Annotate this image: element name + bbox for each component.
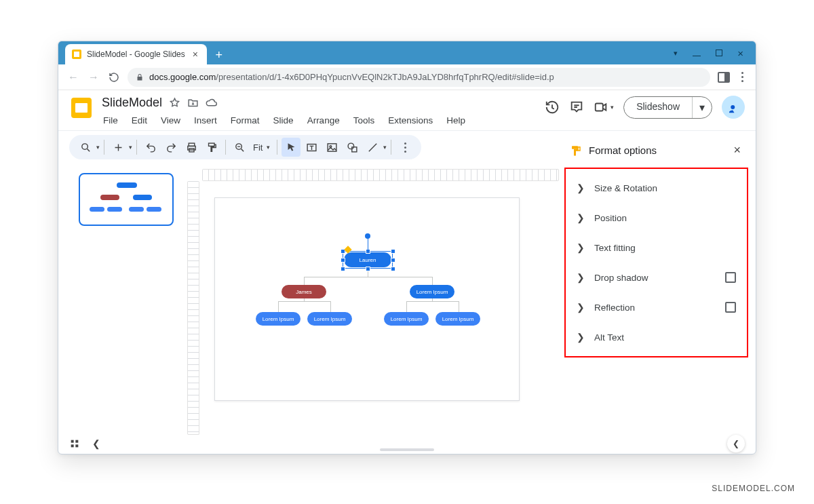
- slides-logo-icon[interactable]: [69, 96, 94, 120]
- insert-image-button[interactable]: [322, 138, 341, 157]
- chevron-right-icon: ❯: [577, 302, 585, 313]
- zoom-out-icon[interactable]: [230, 138, 249, 157]
- nav-reload-icon[interactable]: [107, 71, 121, 84]
- watermark: SLIDEMODEL.COM: [712, 484, 795, 493]
- chevron-right-icon: ❯: [577, 182, 585, 193]
- menu-slide[interactable]: Slide: [272, 113, 295, 128]
- svg-point-10: [348, 143, 354, 149]
- close-tab-icon[interactable]: ×: [191, 49, 200, 60]
- option-size-rotation[interactable]: ❯ Size & Rotation: [566, 173, 747, 203]
- menu-tools[interactable]: Tools: [352, 113, 376, 128]
- lock-icon: [136, 73, 144, 81]
- nav-back-icon[interactable]: ←: [66, 71, 80, 84]
- menu-edit[interactable]: Edit: [130, 113, 149, 128]
- org-leaf[interactable]: Lorem Ipsum: [384, 312, 429, 326]
- svg-rect-13: [71, 440, 74, 443]
- format-options-panel: Format options × ❯ Size & Rotation ❯ Pos…: [560, 134, 750, 435]
- app-footer: ❮ ❮: [58, 433, 756, 454]
- slide-panel: 1: [58, 163, 187, 435]
- menu-bar: File Edit View Insert Format Slide Arran…: [102, 113, 467, 128]
- insert-line-button[interactable]: [363, 138, 382, 157]
- menu-extensions[interactable]: Extensions: [387, 113, 434, 128]
- browser-window: SlideModel - Google Slides × + ▾ × ← → d…: [58, 41, 756, 454]
- app-header: SlideModel File Edit View Insert Format …: [58, 90, 756, 130]
- svg-rect-12: [572, 146, 578, 149]
- browser-tab[interactable]: SlideModel - Google Slides ×: [65, 44, 207, 64]
- browser-titlebar: SlideModel - Google Slides × + ▾ ×: [58, 41, 756, 64]
- new-tab-button[interactable]: +: [210, 45, 229, 64]
- move-folder-icon[interactable]: [187, 97, 199, 109]
- textbox-button[interactable]: [302, 138, 321, 157]
- menu-format[interactable]: Format: [229, 113, 261, 128]
- chevron-down-icon[interactable]: ▾: [674, 49, 678, 58]
- grid-view-icon[interactable]: [69, 438, 80, 449]
- history-icon[interactable]: [545, 100, 560, 115]
- option-text-fitting[interactable]: ❯ Text fitting: [566, 233, 747, 263]
- explore-fab-icon[interactable]: ❮: [727, 435, 745, 452]
- rotation-handle-icon[interactable]: [365, 233, 370, 239]
- nav-forward-icon[interactable]: →: [87, 71, 100, 84]
- menu-view[interactable]: View: [159, 113, 182, 128]
- comments-icon[interactable]: [569, 100, 584, 115]
- close-panel-icon[interactable]: ×: [733, 143, 741, 157]
- chevron-right-icon: ❯: [577, 332, 585, 343]
- org-node-right[interactable]: Lorem Ipsum: [410, 285, 454, 298]
- sidepanel-icon[interactable]: [717, 71, 731, 84]
- highlight-box: ❯ Size & Rotation ❯ Position ❯ Text fitt…: [564, 168, 748, 357]
- option-reflection[interactable]: ❯ Reflection: [566, 292, 747, 322]
- chevron-right-icon: ❯: [577, 272, 585, 283]
- option-alt-text[interactable]: ❯ Alt Text: [566, 322, 747, 352]
- org-node-left[interactable]: James: [282, 285, 326, 298]
- share-button[interactable]: [722, 96, 745, 119]
- reflection-checkbox[interactable]: [725, 302, 736, 313]
- insert-shape-button[interactable]: [343, 138, 362, 157]
- prev-slide-icon[interactable]: ❮: [92, 438, 100, 449]
- select-tool-button[interactable]: [282, 138, 301, 157]
- drop-shadow-checkbox[interactable]: [725, 272, 736, 283]
- slideshow-dropdown[interactable]: ▾: [692, 97, 712, 118]
- minimize-icon[interactable]: [693, 56, 701, 56]
- slideshow-button[interactable]: Slideshow ▾: [623, 96, 712, 119]
- url-bar[interactable]: docs.google.com/presentation/d/1-4x6D0PH…: [128, 68, 710, 87]
- svg-rect-11: [352, 147, 357, 151]
- menu-arrange[interactable]: Arrange: [306, 113, 341, 128]
- more-tools-icon[interactable]: [395, 138, 414, 157]
- star-icon[interactable]: [169, 97, 180, 109]
- svg-rect-15: [71, 444, 74, 447]
- doc-title[interactable]: SlideModel: [102, 96, 162, 110]
- menu-help[interactable]: Help: [445, 113, 467, 128]
- tab-title: SlideModel - Google Slides: [87, 50, 185, 59]
- workspace: 1: [58, 163, 756, 435]
- meet-icon[interactable]: ▾: [594, 100, 614, 115]
- option-position[interactable]: ❯ Position: [566, 203, 747, 233]
- org-leaf[interactable]: Lorem Ipsum: [435, 312, 480, 326]
- menu-file[interactable]: File: [102, 113, 119, 128]
- chevron-right-icon: ❯: [577, 212, 585, 223]
- slideshow-label[interactable]: Slideshow: [624, 97, 692, 118]
- slide-thumbnail[interactable]: [79, 173, 174, 226]
- svg-rect-8: [328, 143, 336, 151]
- redo-button[interactable]: [161, 138, 180, 157]
- svg-rect-5: [208, 143, 214, 146]
- org-leaf[interactable]: Lorem Ipsum: [307, 312, 352, 326]
- slides-favicon-icon: [72, 50, 81, 59]
- org-leaf[interactable]: Lorem Ipsum: [256, 312, 301, 326]
- maximize-icon[interactable]: [716, 50, 722, 56]
- ruler-horizontal: [202, 169, 559, 181]
- notes-resize-handle[interactable]: [380, 448, 434, 451]
- menu-insert[interactable]: Insert: [193, 113, 218, 128]
- browser-menu-icon[interactable]: [737, 71, 748, 83]
- svg-rect-0: [596, 104, 603, 111]
- undo-button[interactable]: [141, 138, 160, 157]
- search-menu-button[interactable]: [76, 138, 95, 157]
- panel-title: Format options: [589, 144, 657, 156]
- window-close-icon[interactable]: ×: [737, 47, 743, 59]
- print-button[interactable]: [182, 138, 201, 157]
- cloud-saved-icon[interactable]: [206, 97, 217, 109]
- chevron-right-icon: ❯: [577, 242, 585, 253]
- slide-canvas[interactable]: Lauren James Lorem Ipsum Lorem Ipsum Lor…: [214, 197, 520, 401]
- zoom-select[interactable]: Fit▾: [250, 142, 273, 153]
- option-drop-shadow[interactable]: ❯ Drop shadow: [566, 263, 747, 292]
- new-slide-button[interactable]: [109, 138, 128, 157]
- paint-format-button[interactable]: [202, 138, 221, 157]
